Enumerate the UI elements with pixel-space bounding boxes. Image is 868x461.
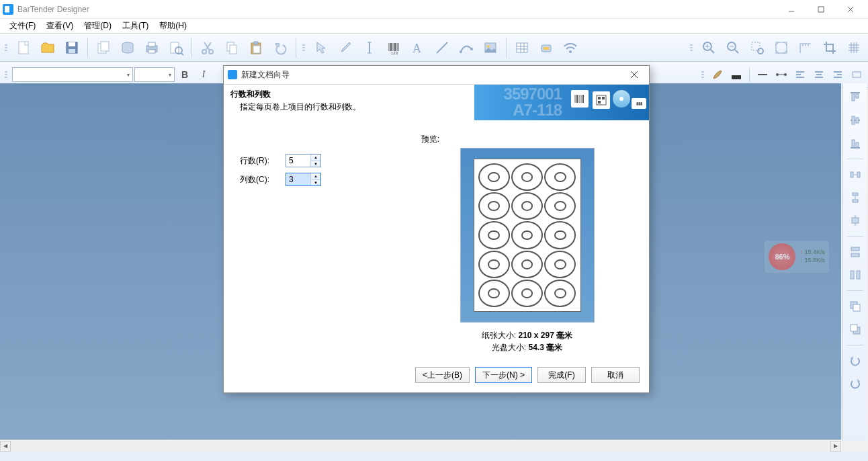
back-button[interactable]: <上一步(B) (415, 367, 470, 383)
toolbar-grip[interactable] (302, 36, 306, 59)
paste-button[interactable] (245, 36, 267, 59)
image-button[interactable] (479, 36, 502, 59)
align-top-button[interactable] (845, 87, 865, 108)
menubar: 文件(F) 查看(V) 管理(D) 工具(T) 帮助(H) (0, 19, 868, 34)
center-h-button[interactable] (845, 210, 865, 230)
brush-icon[interactable] (709, 66, 726, 83)
menu-view[interactable]: 查看(V) (41, 19, 79, 33)
cols-spinner[interactable]: ▲▼ (286, 173, 321, 186)
barcode-button[interactable]: 123 (382, 36, 405, 59)
table-button[interactable] (511, 36, 533, 59)
text-cursor-button[interactable] (358, 36, 381, 59)
dialog-close-button[interactable] (623, 67, 645, 83)
svg-rect-98 (853, 193, 858, 196)
cols-up-icon[interactable]: ▲ (310, 173, 320, 180)
line-ends-button[interactable] (773, 66, 790, 83)
font-size-combo[interactable]: ▾ (134, 67, 175, 82)
window-minimize[interactable] (777, 0, 806, 19)
wizard-step-subtitle: 指定每页卷上项目的行数和列数。 (230, 100, 361, 113)
align-right-button[interactable] (829, 66, 847, 83)
zoom-fit-button[interactable] (770, 36, 793, 59)
align-left-button[interactable] (791, 66, 809, 83)
ruler-button[interactable] (794, 36, 817, 59)
toolbar-grip[interactable] (701, 63, 705, 86)
svg-rect-24 (254, 42, 258, 44)
toolbar-grip[interactable] (690, 36, 694, 59)
svg-rect-91 (856, 118, 859, 123)
menu-file[interactable]: 文件(F) (4, 19, 41, 33)
align-bottom-button[interactable] (845, 133, 865, 153)
svg-rect-13 (148, 50, 155, 53)
fill-dropdown-button[interactable] (728, 66, 745, 83)
bold-button[interactable]: B (176, 66, 193, 83)
zoom-out-button[interactable] (722, 36, 744, 59)
text-button[interactable]: A (406, 36, 429, 59)
rect-tool-button[interactable] (848, 66, 865, 83)
cancel-button[interactable]: 取消 (591, 367, 640, 383)
svg-rect-99 (853, 200, 858, 202)
menu-tools[interactable]: 工具(T) (117, 19, 154, 33)
database-button[interactable] (116, 36, 139, 59)
font-family-combo[interactable]: ▾ (12, 67, 133, 82)
zoom-in-button[interactable] (697, 36, 720, 59)
new-doc-button[interactable] (12, 36, 35, 59)
undo-button[interactable] (269, 36, 292, 59)
same-height-button[interactable] (845, 265, 865, 285)
shape-button[interactable] (455, 36, 478, 59)
svg-rect-96 (857, 172, 860, 177)
next-button[interactable]: 下一步(N) > (475, 367, 532, 383)
copy-button[interactable] (220, 36, 243, 59)
print-button[interactable] (140, 36, 163, 59)
svg-rect-110 (851, 325, 857, 331)
rotate-left-button[interactable] (845, 351, 865, 371)
cols-down-icon[interactable]: ▼ (310, 180, 320, 186)
cut-button[interactable] (196, 36, 219, 59)
pointer-button[interactable] (310, 36, 333, 59)
svg-rect-105 (851, 271, 854, 279)
svg-point-39 (470, 48, 473, 50)
send-back-button[interactable] (845, 319, 865, 339)
rows-down-icon[interactable]: ▼ (310, 161, 320, 167)
print-preview-button[interactable] (165, 36, 187, 59)
toolbar-grip[interactable] (5, 63, 9, 86)
rows-spinner[interactable]: ▲▼ (286, 154, 321, 167)
align-center-button[interactable] (810, 66, 828, 83)
line-button[interactable] (431, 36, 453, 59)
save-button[interactable] (60, 36, 83, 59)
zoom-region-button[interactable] (746, 36, 769, 59)
svg-rect-4 (19, 42, 28, 54)
rfid-button[interactable] (559, 36, 582, 59)
rows-up-icon[interactable]: ▲ (310, 155, 320, 161)
menu-manage[interactable]: 管理(D) (79, 19, 117, 33)
eyedropper-button[interactable] (334, 36, 357, 59)
rotate-right-button[interactable] (845, 374, 865, 394)
grid-button[interactable] (842, 36, 865, 59)
window-maximize[interactable] (806, 0, 836, 19)
svg-rect-71 (732, 75, 741, 79)
finish-button[interactable]: 完成(F) (537, 367, 586, 383)
toolbar-grip[interactable] (5, 36, 9, 59)
window-close[interactable] (836, 0, 865, 19)
cols-input[interactable] (286, 173, 310, 185)
scroll-right-icon[interactable]: ▶ (830, 441, 841, 452)
align-middle-button[interactable] (845, 110, 865, 130)
svg-point-122 (619, 97, 623, 101)
dialog-title: 新建文档向导 (241, 69, 623, 81)
distribute-h-button[interactable] (845, 165, 865, 185)
upload-speed: 15.4K/s (799, 249, 825, 257)
copy-format-button[interactable] (92, 36, 115, 59)
same-width-button[interactable] (845, 242, 865, 262)
crop-button[interactable] (818, 36, 841, 59)
menu-help[interactable]: 帮助(H) (154, 19, 192, 33)
bring-front-button[interactable] (845, 296, 865, 317)
distribute-v-button[interactable] (845, 187, 865, 208)
horizontal-scrollbar[interactable]: ◀ ▶ (0, 439, 841, 452)
line-style-button[interactable] (754, 66, 771, 83)
svg-rect-48 (544, 47, 549, 50)
scroll-left-icon[interactable]: ◀ (0, 441, 11, 452)
encoder-button[interactable] (535, 36, 558, 59)
open-button[interactable] (36, 36, 59, 59)
italic-button[interactable]: I (195, 66, 212, 83)
network-speed-widget: 86% 15.4K/s 15.8K/s (765, 241, 829, 273)
rows-input[interactable] (286, 155, 310, 167)
